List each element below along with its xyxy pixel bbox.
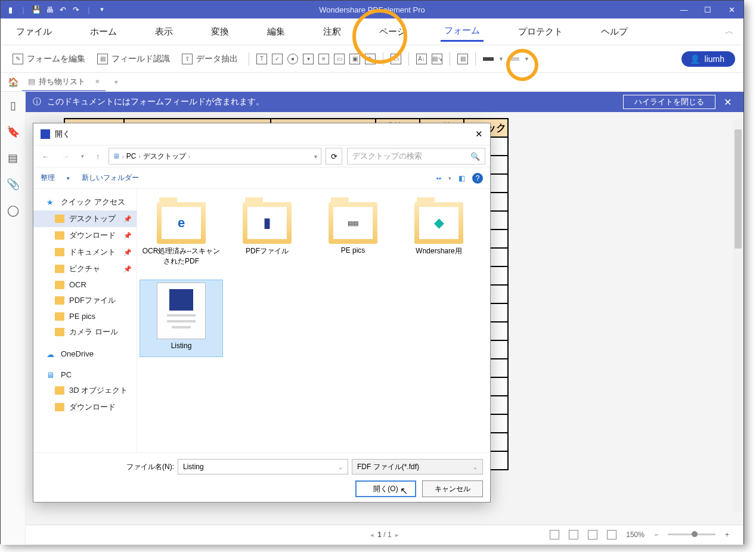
sidebar-downloads2[interactable]: ダウンロード: [33, 399, 137, 415]
view-toggle-icon[interactable]: ▪▪: [436, 174, 441, 182]
close-banner-icon[interactable]: ✕: [719, 97, 736, 108]
menu-edit[interactable]: 編集: [264, 23, 289, 41]
button-icon[interactable]: ▭: [334, 54, 345, 64]
comments-icon[interactable]: ▤: [8, 151, 18, 165]
preview-pane-icon[interactable]: ◧: [458, 174, 465, 182]
combo-icon[interactable]: ▾: [303, 54, 314, 64]
menu-page[interactable]: ページ: [376, 23, 410, 41]
file-item[interactable]: ◆Wndershare用: [397, 197, 481, 275]
print-icon[interactable]: 🖶: [45, 5, 54, 14]
breadcrumb-pc[interactable]: PC: [126, 152, 137, 160]
sidebar-camera[interactable]: カメラ ロール: [33, 324, 137, 340]
text-field-icon[interactable]: T: [256, 54, 267, 64]
sidebar-ocr[interactable]: OCR: [33, 277, 137, 292]
document-tab[interactable]: ▤ 持ち物リスト ×: [22, 74, 106, 89]
refresh-icon[interactable]: ⟳: [326, 148, 342, 165]
help-icon[interactable]: ?: [472, 173, 483, 184]
thumbnails-icon[interactable]: ▯: [10, 99, 16, 112]
file-item[interactable]: ▮PDFファイル: [225, 197, 309, 275]
cancel-button[interactable]: キャンセル: [422, 480, 483, 497]
file-item[interactable]: ▤▤PE pics: [311, 197, 395, 275]
zoom-in-icon[interactable]: +: [725, 531, 729, 539]
chevron-down-icon[interactable]: ▼: [498, 56, 504, 62]
breadcrumb-dropdown-icon[interactable]: ▾: [314, 153, 317, 160]
user-account-button[interactable]: 👤 liumh: [681, 51, 735, 67]
menu-form[interactable]: フォーム: [441, 21, 484, 42]
sidebar-onedrive[interactable]: ☁OneDrive: [33, 346, 137, 361]
scrollbar-thumb[interactable]: [735, 129, 742, 249]
menubar-collapse-icon[interactable]: ︿: [725, 26, 734, 37]
dialog-close-icon[interactable]: ✕: [475, 129, 483, 139]
menu-convert[interactable]: 変換: [207, 23, 233, 41]
close-button[interactable]: ✕: [720, 1, 743, 18]
nav-back-icon[interactable]: ←: [38, 150, 53, 163]
vertical-scrollbar[interactable]: [733, 119, 743, 512]
checkbox-icon[interactable]: ✓: [272, 54, 283, 64]
menu-home[interactable]: ホーム: [86, 23, 120, 41]
radio-icon[interactable]: ●: [287, 54, 298, 64]
redo-icon[interactable]: ↷: [71, 5, 80, 14]
page-indicator[interactable]: ◂ 1 / 1 ▸: [370, 531, 399, 539]
align-icon-2[interactable]: [509, 57, 519, 61]
edit-form-button[interactable]: ✎フォームを編集: [9, 51, 89, 67]
sidebar-pepics[interactable]: PE pics: [33, 309, 137, 324]
bookmark-icon[interactable]: 🔖: [7, 125, 20, 138]
form-template-icon[interactable]: ▤: [457, 54, 468, 64]
add-tab-button[interactable]: +: [108, 77, 125, 86]
image-icon[interactable]: ▣: [349, 54, 360, 64]
menu-help[interactable]: ヘルプ: [597, 23, 631, 41]
sidebar-pdffiles[interactable]: PDFファイル: [33, 292, 137, 309]
import-data-icon[interactable]: A↓: [416, 54, 427, 64]
organize-button[interactable]: 整理: [41, 173, 55, 183]
field-recognition-button[interactable]: ▤フィールド認識: [94, 51, 173, 67]
sidebar-downloads[interactable]: ダウンロード📌: [33, 227, 137, 244]
menu-protect[interactable]: プロテクト: [515, 23, 566, 41]
new-folder-button[interactable]: 新しいフォルダー: [82, 173, 139, 183]
view-mode-single-icon[interactable]: [550, 530, 559, 539]
dialog-search-input[interactable]: デスクトップの検索 🔍: [347, 148, 485, 165]
list-icon[interactable]: ≡: [318, 54, 329, 64]
dropdown-icon[interactable]: ▼: [97, 5, 107, 14]
file-item-selected[interactable]: Listing: [140, 280, 223, 357]
save-icon[interactable]: 💾: [32, 5, 41, 14]
align-icon[interactable]: [483, 57, 494, 61]
view-mode-two-cont-icon[interactable]: [607, 530, 616, 539]
sidebar-documents[interactable]: ドキュメント📌: [33, 244, 137, 261]
filetype-combo[interactable]: FDF ファイル(*.fdf)⌄: [352, 459, 483, 475]
open-button[interactable]: 開く(O): [355, 480, 416, 497]
sidebar-quick-access[interactable]: ★クイック アクセス: [33, 194, 137, 210]
view-mode-two-icon[interactable]: [588, 530, 597, 539]
menu-view[interactable]: 表示: [151, 23, 176, 41]
nav-recent-icon[interactable]: ▾: [78, 151, 88, 162]
close-tab-icon[interactable]: ×: [95, 77, 100, 86]
data-extract-button[interactable]: ⇪データ抽出: [178, 51, 241, 67]
close-highlight-button[interactable]: ハイライトを閉じる: [623, 95, 715, 109]
signature-icon[interactable]: ✎: [365, 54, 376, 64]
nav-forward-icon[interactable]: →: [58, 150, 73, 163]
menu-comment[interactable]: 注釈: [320, 23, 345, 41]
sidebar-pictures[interactable]: ピクチャ📌: [33, 261, 137, 277]
more-fields-icon[interactable]: ▭: [391, 54, 401, 64]
sidebar-desktop[interactable]: デスクトップ📌: [33, 210, 137, 227]
sidebar-3d[interactable]: 3D オブジェクト: [33, 382, 137, 399]
home-tab-icon[interactable]: 🏠: [7, 77, 20, 88]
zoom-level[interactable]: 150%: [626, 531, 645, 539]
menu-file[interactable]: ファイル: [13, 23, 55, 41]
chevron-down-icon[interactable]: ▼: [524, 56, 529, 62]
search-pane-icon[interactable]: ◯: [7, 204, 19, 217]
file-item[interactable]: eOCR処理済み--スキャンされたPDF: [140, 197, 223, 275]
titlebar: ▮ | 💾 🖶 ↶ ↷ | ▼ Wondershare PDFelement P…: [1, 1, 743, 18]
zoom-out-icon[interactable]: −: [654, 531, 658, 539]
sidebar-pc[interactable]: 🖥PC: [33, 367, 137, 382]
attachment-icon[interactable]: 📎: [7, 178, 20, 191]
filename-input[interactable]: Listing⌄: [178, 459, 348, 475]
zoom-slider[interactable]: [668, 534, 715, 535]
undo-icon[interactable]: ↶: [58, 5, 67, 14]
maximize-button[interactable]: ☐: [696, 1, 720, 18]
nav-up-icon[interactable]: ↑: [92, 150, 104, 163]
minimize-button[interactable]: —: [672, 1, 696, 18]
breadcrumb-desktop[interactable]: デスクトップ: [143, 151, 186, 162]
breadcrumb[interactable]: 🖥› PC› デスクトップ› ▾: [109, 148, 322, 165]
view-mode-continuous-icon[interactable]: [569, 530, 578, 539]
export-data-icon[interactable]: ▤↘: [432, 54, 442, 64]
